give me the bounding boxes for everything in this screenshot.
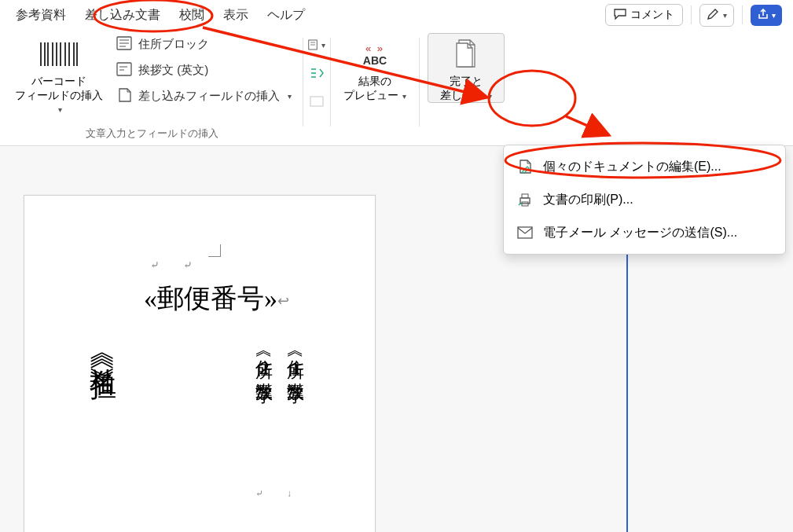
svg-rect-20 <box>310 97 323 106</box>
address-block-icon <box>116 36 132 53</box>
menu-label: 個々のドキュメントの編集(E)... <box>543 159 721 175</box>
merge-field-icon <box>116 88 132 105</box>
greeting-icon <box>116 62 132 79</box>
share-icon <box>757 8 769 23</box>
document-page: ⤶ ⤶ «郵便番号»↩ 《住所１漢数字》 ↓ 《住所２漢数字》 ⤶ 《社名》《担 <box>24 195 376 532</box>
menu-label: 電子メール メッセージの送信(S)... <box>543 225 737 241</box>
rules-button[interactable]: ▾ <box>308 36 325 53</box>
comment-label: コメント <box>630 8 674 22</box>
pen-mode-button[interactable]: ▾ <box>699 4 734 27</box>
chevron-down-icon: ▾ <box>488 92 492 101</box>
ribbon-group-label-fields: 文章入力とフィールドの挿入 <box>86 123 218 145</box>
paragraph-mark: ⤶ <box>150 259 160 271</box>
divider <box>691 6 692 24</box>
chevron-down-icon: ▾ <box>321 41 325 50</box>
preview-results-button[interactable]: « » ABC 結果の プレビュー ▾ <box>339 33 411 103</box>
svg-rect-14 <box>117 63 131 75</box>
chevron-down-icon: ▾ <box>402 92 406 101</box>
finish-merge-label: 完了と 差し込み ▾ <box>440 75 493 102</box>
chevron-down-icon: ▾ <box>58 105 62 114</box>
match-fields-button[interactable] <box>308 64 325 82</box>
paragraph-mark: ⤶ <box>183 259 193 271</box>
postal-code-field: «郵便番号»↩ <box>144 281 289 317</box>
newline-mark: ⤶ <box>255 488 263 499</box>
document-edit-icon <box>516 158 534 175</box>
chevron-down-icon: ▾ <box>772 11 776 20</box>
greeting-label: 挨拶文 (英文) <box>138 63 208 78</box>
ribbon-group-finish: 完了と 差し込み ▾ <box>420 33 512 145</box>
printer-icon <box>516 191 534 208</box>
tab-review[interactable]: 校閲 <box>170 1 214 30</box>
address-block-button[interactable]: 住所ブロック <box>113 35 295 54</box>
chevron-down-icon: ▾ <box>288 92 292 101</box>
comment-button[interactable]: コメント <box>605 4 683 26</box>
svg-rect-24 <box>518 227 532 238</box>
insert-merge-field-label: 差し込みフィールドの挿入 <box>138 89 280 104</box>
finish-and-merge-button[interactable]: 完了と 差し込み ▾ <box>428 33 505 103</box>
address2-field: 《住所２漢数字》 <box>252 345 276 375</box>
newline-mark: ↓ <box>287 488 292 499</box>
comment-icon <box>614 9 626 22</box>
ribbon-group-tools: ▾ <box>303 33 330 145</box>
barcode-field-button[interactable]: バーコード フィールドの挿入 ▾ <box>9 33 108 117</box>
ribbon: バーコード フィールドの挿入 ▾ 住所ブロック 挨拶文 (英文) <box>0 30 793 146</box>
preview-results-icon: « » ABC <box>363 37 387 72</box>
greeting-line-button[interactable]: 挨拶文 (英文) <box>113 61 295 80</box>
pencil-icon <box>707 8 719 23</box>
ribbon-group-fields: バーコード フィールドの挿入 ▾ 住所ブロック 挨拶文 (英文) <box>2 33 303 145</box>
crop-mark <box>208 244 221 257</box>
tab-mailings[interactable]: 差し込み文書 <box>75 1 170 30</box>
tab-bar: 参考資料 差し込み文書 校閲 表示 ヘルプ コメント ▾ ▾ <box>0 0 793 30</box>
divider <box>742 6 743 24</box>
tab-help[interactable]: ヘルプ <box>258 1 314 30</box>
barcode-icon <box>39 37 79 72</box>
menu-send-email[interactable]: 電子メール メッセージの送信(S)... <box>504 216 785 249</box>
tab-references[interactable]: 参考資料 <box>6 1 75 30</box>
update-labels-button <box>308 93 325 110</box>
menu-edit-individual-documents[interactable]: 個々のドキュメントの編集(E)... <box>504 150 785 183</box>
tab-view[interactable]: 表示 <box>214 1 258 30</box>
address-block-label: 住所ブロック <box>138 37 209 52</box>
insert-merge-field-button[interactable]: 差し込みフィールドの挿入 ▾ <box>113 86 295 106</box>
field-insert-list: 住所ブロック 挨拶文 (英文) 差し込みフィールドの挿入 ▾ <box>113 33 295 106</box>
barcode-label: バーコード フィールドの挿入 ▾ <box>13 75 105 116</box>
finish-merge-icon <box>453 37 479 72</box>
share-button[interactable]: ▾ <box>751 5 782 26</box>
menu-label: 文書の印刷(P)... <box>543 192 633 208</box>
menu-print-documents[interactable]: 文書の印刷(P)... <box>504 183 785 216</box>
address1-field: 《住所１漢数字》 <box>284 345 307 375</box>
mail-icon <box>516 224 534 241</box>
preview-results-label: 結果の プレビュー ▾ <box>343 75 407 102</box>
svg-rect-22 <box>522 194 528 198</box>
company-person-field: 《社名》《担 <box>84 345 120 354</box>
chevron-down-icon: ▾ <box>723 11 727 20</box>
ribbon-group-preview: « » ABC 結果の プレビュー ▾ <box>331 33 419 145</box>
finish-merge-dropdown: 個々のドキュメントの編集(E)... 文書の印刷(P)... 電子メール メッセ… <box>503 145 786 255</box>
